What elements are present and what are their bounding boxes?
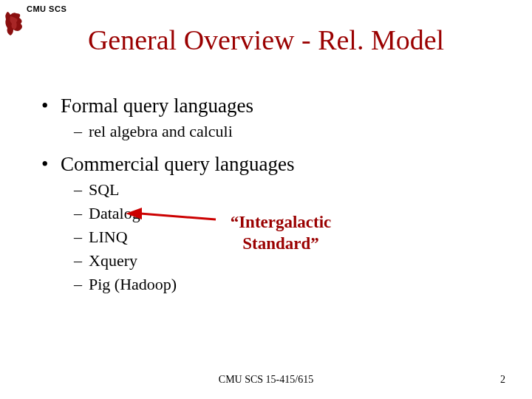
bullet-text: Formal query languages <box>61 95 253 117</box>
footer-course-code: CMU SCS 15-415/615 <box>0 374 532 386</box>
bullet-level2: – rel algebra and calculi <box>74 122 499 141</box>
dash-icon: – <box>74 180 89 200</box>
callout-line: “Intergalactic <box>231 213 332 231</box>
slide-body: • Formal query languages – rel algebra a… <box>41 95 499 306</box>
dash-icon: – <box>74 275 89 294</box>
slide-title: General Overview - Rel. Model <box>0 24 532 56</box>
bullet-level1: • Formal query languages <box>41 95 499 117</box>
dash-icon: – <box>74 122 89 141</box>
header-label: CMU SCS <box>27 4 66 13</box>
bullet-level1: • Commercial query languages <box>41 153 499 176</box>
bullet-level2-group: – rel algebra and calculi <box>74 122 499 141</box>
bullet-text: Pig (Hadoop) <box>89 275 177 294</box>
dash-icon: – <box>74 228 89 247</box>
bullet-text: LINQ <box>89 228 128 247</box>
dash-icon: – <box>74 251 89 270</box>
bullet-text: Datalog <box>89 204 140 223</box>
bullet-text: rel algebra and calculi <box>89 122 233 141</box>
bullet-level2: – Pig (Hadoop) <box>74 275 499 294</box>
bullet-text: Xquery <box>89 251 137 270</box>
bullet-text: SQL <box>89 180 120 200</box>
bullet-dot-icon: • <box>41 95 61 117</box>
bullet-dot-icon: • <box>41 153 61 176</box>
bullet-text: Commercial query languages <box>61 153 294 176</box>
callout-annotation: “Intergalactic Standard” <box>222 212 340 255</box>
dash-icon: – <box>74 204 89 223</box>
bullet-level2: – SQL <box>74 180 499 200</box>
footer-page-number: 2 <box>500 374 505 386</box>
callout-line: Standard” <box>242 234 319 253</box>
